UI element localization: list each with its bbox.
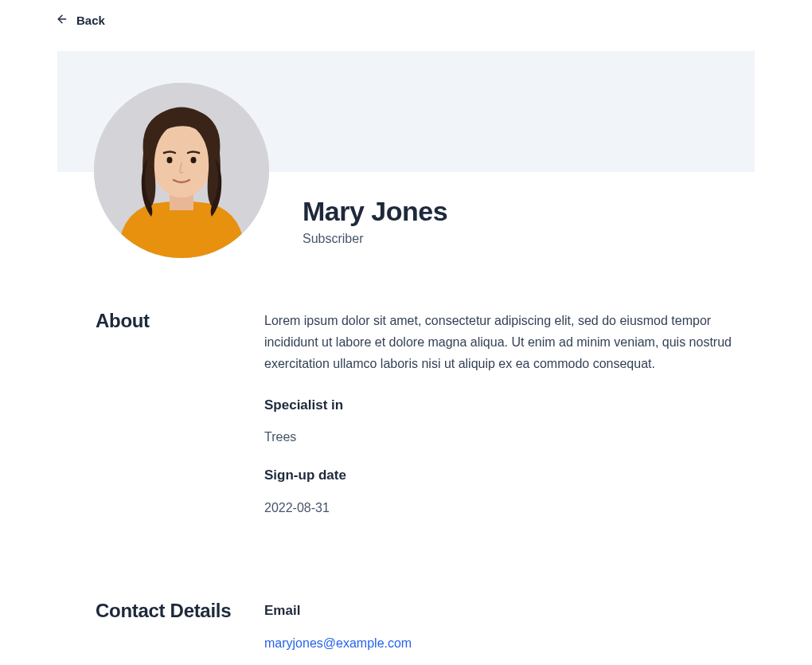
about-section: About Lorem ipsum dolor sit amet, consec… bbox=[57, 310, 755, 523]
about-bio: Lorem ipsum dolor sit amet, consectetur … bbox=[264, 310, 739, 375]
back-label: Back bbox=[76, 14, 105, 27]
specialist-value: Trees bbox=[264, 426, 739, 448]
signup-label: Sign-up date bbox=[264, 464, 739, 487]
about-heading: About bbox=[96, 310, 264, 332]
svg-point-4 bbox=[167, 157, 173, 163]
specialist-label: Specialist in bbox=[264, 394, 739, 417]
signup-value: 2022-08-31 bbox=[264, 497, 739, 518]
profile-hero: Mary Jones Subscriber bbox=[57, 51, 755, 246]
svg-point-5 bbox=[191, 157, 197, 163]
contact-section: Contact Details Email maryjones@example.… bbox=[57, 600, 755, 654]
arrow-left-icon bbox=[56, 13, 68, 28]
email-link[interactable]: maryjones@example.com bbox=[264, 636, 412, 650]
email-label: Email bbox=[264, 600, 739, 623]
back-button[interactable]: Back bbox=[0, 0, 105, 28]
contact-heading: Contact Details bbox=[96, 600, 264, 622]
profile-role: Subscriber bbox=[303, 232, 755, 246]
avatar bbox=[94, 83, 269, 258]
profile-name: Mary Jones bbox=[303, 196, 755, 227]
